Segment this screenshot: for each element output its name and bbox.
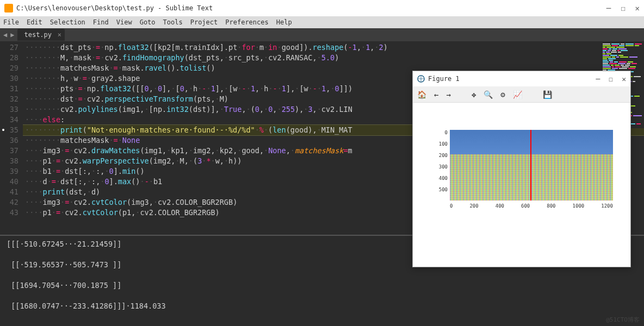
close-button[interactable]: ✕ <box>635 4 640 12</box>
line-number: 27 <box>0 42 18 53</box>
menu-view[interactable]: View <box>116 18 132 26</box>
menubar: FileEditSelectionFindViewGotoToolsProjec… <box>0 16 644 28</box>
figure-minimize-button[interactable]: ─ <box>596 75 600 83</box>
line-number: 37 <box>0 146 18 156</box>
tab-label: test.py <box>24 31 52 39</box>
menu-find[interactable]: Find <box>93 18 109 26</box>
forward-icon[interactable]: → <box>446 90 450 99</box>
app-icon <box>4 4 13 12</box>
menu-project[interactable]: Project <box>190 18 218 26</box>
edit-icon[interactable]: 📈 <box>513 90 522 99</box>
menu-goto[interactable]: Goto <box>140 18 156 26</box>
minimize-button[interactable]: ─ <box>606 4 611 12</box>
back-icon[interactable]: ← <box>434 90 438 99</box>
figure-canvas[interactable]: 0100200300400500 020040060080010001200 <box>413 103 630 254</box>
matplotlib-icon <box>417 75 425 83</box>
nav-back-icon[interactable]: ◀ <box>3 31 7 39</box>
figure-titlebar: Figure 1 ─ ☐ ✕ <box>413 71 630 86</box>
line-number: 36 <box>0 135 18 146</box>
y-axis-ticks: 0100200300400500 <box>435 130 448 198</box>
line-number: 38 <box>0 156 18 166</box>
gutter: 2728293031323334•353637383940414243 <box>0 41 23 235</box>
tab-testpy[interactable]: test.py × <box>17 29 65 41</box>
menu-edit[interactable]: Edit <box>27 18 42 26</box>
menu-selection[interactable]: Selection <box>50 18 85 26</box>
line-number: •35 <box>0 125 18 135</box>
line-number: 29 <box>0 63 18 73</box>
seam-line <box>530 130 531 200</box>
tab-bar: ◀ ▶ test.py × <box>0 28 644 41</box>
watermark: @51CTO博客 <box>606 316 640 324</box>
line-number: 30 <box>0 73 18 84</box>
line-number: 32 <box>0 94 18 104</box>
line-number: 31 <box>0 84 18 94</box>
zoom-icon[interactable]: 🔍 <box>484 90 493 99</box>
menu-file[interactable]: File <box>3 18 19 26</box>
menu-help[interactable]: Help <box>276 18 292 26</box>
code-line[interactable]: ········dst_pts·=·np.float32([kp2[m.trai… <box>23 42 644 53</box>
maximize-button[interactable]: ☐ <box>621 4 625 12</box>
code-line[interactable]: ········M,·mask·=·cv2.findHomography(dst… <box>23 53 644 63</box>
titlebar: C:\Users\lenovouser\Desktop\test.py - Su… <box>0 0 644 16</box>
menu-preferences[interactable]: Preferences <box>225 18 268 26</box>
figure-toolbar: 🏠 ← → ✥ 🔍 ⚙ 📈 💾 <box>413 86 630 103</box>
line-number: 28 <box>0 53 18 63</box>
home-icon[interactable]: 🏠 <box>417 90 426 99</box>
x-axis-ticks: 020040060080010001200 <box>450 203 613 209</box>
line-number: 40 <box>0 177 18 187</box>
plot-image <box>450 130 613 200</box>
line-number: 42 <box>0 197 18 208</box>
figure-title: Figure 1 <box>428 75 460 83</box>
configure-icon[interactable]: ⚙ <box>500 90 505 99</box>
line-number: 41 <box>0 187 18 197</box>
figure-close-button[interactable]: ✕ <box>622 75 626 83</box>
pan-icon[interactable]: ✥ <box>472 90 476 99</box>
line-number: 33 <box>0 104 18 115</box>
save-icon[interactable]: 💾 <box>543 90 552 99</box>
matplotlib-figure-window: Figure 1 ─ ☐ ✕ 🏠 ← → ✥ 🔍 ⚙ 📈 💾 010020030… <box>412 71 631 267</box>
line-number: 43 <box>0 208 18 218</box>
figure-maximize-button[interactable]: ☐ <box>609 75 613 83</box>
tab-close-icon[interactable]: × <box>58 31 61 39</box>
line-number: 34 <box>0 115 18 125</box>
line-number: 39 <box>0 166 18 177</box>
window-title: C:\Users\lenovouser\Desktop\test.py - Su… <box>16 4 213 12</box>
menu-tools[interactable]: Tools <box>163 18 183 26</box>
nav-forward-icon[interactable]: ▶ <box>10 31 14 39</box>
